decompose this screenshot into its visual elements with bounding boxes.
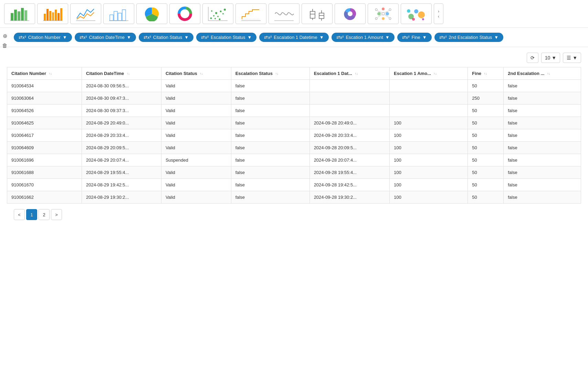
table-row[interactable]: 9100646172024-08-29 20:33:4...Validfalse… [7, 129, 581, 142]
sort-icon: ↑↓ [200, 72, 203, 75]
col-citation-status[interactable]: Citation Status ↑↓ [161, 67, 231, 80]
chart-btn-bar-green[interactable] [4, 3, 35, 24]
filter-label: Escalation Status [211, 35, 245, 40]
svg-point-65 [422, 18, 424, 20]
svg-point-66 [407, 9, 410, 13]
prev-page-button[interactable]: < [14, 209, 25, 220]
filter-arrow: ▼ [494, 35, 498, 40]
chart-btn-bar-orange[interactable] [37, 3, 68, 24]
delete-icon[interactable]: 🗑 [2, 43, 8, 49]
sort-icon: ↑↓ [275, 72, 279, 75]
cell-escalation_1_dat: 2024-09-28 20:33:4... [309, 129, 389, 142]
filter-prefix: ⇄x² [19, 35, 26, 40]
chart-btn-bubble[interactable] [401, 3, 432, 24]
cursor-icon[interactable]: ⊕ [3, 33, 7, 39]
chart-btn-radial[interactable] [335, 3, 366, 24]
page-2-button[interactable]: 2 [39, 209, 50, 220]
chart-btn-box[interactable] [302, 3, 333, 24]
filter-citation-number[interactable]: ⇄x² Citation Number ▼ [14, 33, 72, 42]
col-citation-number[interactable]: Citation Number ↑↓ [7, 67, 82, 80]
svg-rect-39 [310, 11, 315, 18]
col-escalation-1-dat[interactable]: Escalation 1 Dat... ↑↓ [309, 67, 389, 80]
cell-citation_number: 910064617 [7, 129, 82, 142]
cell-citation_number: 910064625 [7, 117, 82, 129]
filter-label: Citation Number [28, 35, 61, 40]
table-row[interactable]: 9100616622024-08-29 19:30:2...Validfalse… [7, 191, 581, 204]
svg-rect-17 [118, 13, 122, 21]
cell-escalation_status: false [231, 154, 309, 166]
chart-btn-step[interactable] [235, 3, 266, 24]
page-2-label: 2 [43, 212, 45, 217]
cell-citation_datetime: 2024-08-29 19:42:5... [82, 179, 161, 191]
cell-citation_datetime: 2024-08-29 20:07:4... [82, 154, 161, 166]
next-page-button[interactable]: > [51, 209, 62, 220]
filter-arrow: ▼ [184, 35, 189, 40]
svg-point-47 [348, 11, 353, 16]
cell-fine: 50 [468, 80, 504, 92]
columns-toggle-button[interactable]: ☰ ▼ [563, 53, 581, 63]
chart-btn-scatter[interactable] [202, 3, 233, 24]
filter-fine[interactable]: ⇄x² Fine ▼ [397, 33, 432, 42]
col-citation-datetime[interactable]: Citation DateTime ↑↓ [82, 67, 161, 80]
chart-btn-pie[interactable] [136, 3, 167, 24]
cell-fine: 50 [468, 179, 504, 191]
svg-rect-6 [44, 14, 46, 21]
chart-nav-arrows[interactable]: › ‹ [434, 3, 443, 24]
rows-arrow-icon: ▼ [552, 55, 556, 61]
cell-escalation_1_dat: 2024-09-28 20:09:5... [309, 142, 389, 154]
cell-escalation_2nd: false [504, 154, 581, 166]
chart-btn-donut[interactable] [169, 3, 200, 24]
cell-citation_status: Valid [161, 166, 231, 179]
svg-point-28 [217, 16, 219, 17]
table-row[interactable]: 9100646092024-08-29 20:09:5...Validfalse… [7, 142, 581, 154]
filter-escation-1-amount[interactable]: ⇄x² Escation 1 Amount ▼ [332, 33, 395, 42]
chart-selector-bar: › ‹ [0, 0, 588, 28]
col-escation-1-amo[interactable]: Escation 1 Amo... ↑↓ [390, 67, 468, 80]
filter-citation-status[interactable]: ⇄x² Citation Status ▼ [139, 33, 193, 42]
filter-2nd-escalation-status[interactable]: ⇄x² 2nd Escalation Status ▼ [434, 33, 503, 42]
svg-point-26 [213, 15, 214, 17]
cell-citation_datetime: 2024-08-30 09:47:3... [82, 92, 161, 105]
cell-escalation_1_dat: 2024-09-28 19:42:5... [309, 179, 389, 191]
refresh-icon: ⟳ [531, 55, 535, 61]
table-row[interactable]: 9100616882024-08-29 19:55:4...Validfalse… [7, 166, 581, 179]
table-row[interactable]: 9100645342024-08-30 09:56:5...Validfalse… [7, 80, 581, 92]
filter-escalation-status[interactable]: ⇄x² Escalation Status ▼ [196, 33, 256, 42]
table-row[interactable]: 9100630642024-08-30 09:47:3...Validfalse… [7, 92, 581, 105]
cell-escalation_2nd: false [504, 105, 581, 117]
svg-point-34 [219, 19, 221, 20]
filter-citation-datetime[interactable]: ⇄x² Citation DateTime ▼ [75, 33, 136, 42]
table-row[interactable]: 9100616702024-08-29 19:42:5...Validfalse… [7, 179, 581, 191]
svg-rect-12 [60, 8, 62, 21]
table-row[interactable]: 9100646252024-08-29 20:49:0...Validfalse… [7, 117, 581, 129]
cell-escalation_status: false [231, 105, 309, 117]
cell-escalation_status: false [231, 129, 309, 142]
data-table: Citation Number ↑↓ Citation DateTime ↑↓ … [7, 67, 581, 204]
cell-citation_number: 910064526 [7, 105, 82, 117]
cell-escalation_1_dat [309, 105, 389, 117]
table-row[interactable]: 9100616962024-08-29 20:07:4...Suspendedf… [7, 154, 581, 166]
cell-citation_status: Valid [161, 117, 231, 129]
filter-prefix: ⇄x² [402, 35, 410, 40]
filter-prefix: ⇄x² [264, 35, 272, 40]
refresh-button[interactable]: ⟳ [527, 53, 538, 63]
col-2nd-escalation[interactable]: 2nd Escalation ... ↑↓ [504, 67, 581, 80]
svg-point-52 [389, 18, 391, 20]
col-fine[interactable]: Fine ↑↓ [468, 67, 504, 80]
svg-point-59 [382, 8, 385, 10]
table-row[interactable]: 9100645262024-08-30 09:37:3...Validfalse… [7, 105, 581, 117]
filter-escalation-1-datetime[interactable]: ⇄x² Escalation 1 Datetime ▼ [259, 33, 328, 42]
cell-escalation_2nd: false [504, 179, 581, 191]
cell-citation_number: 910061670 [7, 179, 82, 191]
chart-btn-area[interactable] [103, 3, 134, 24]
chart-btn-network[interactable] [368, 3, 399, 24]
col-escalation-status[interactable]: Escalation Status ↑↓ [231, 67, 309, 80]
svg-rect-7 [46, 9, 49, 21]
chart-btn-wave[interactable] [269, 3, 300, 24]
rows-per-page-button[interactable]: 10 ▼ [541, 53, 560, 63]
chart-btn-line[interactable] [70, 3, 101, 24]
cell-fine: 250 [468, 92, 504, 105]
page-1-button[interactable]: 1 [26, 209, 37, 220]
filter-area: ⇄x² Citation Number ▼ ⇄x² Citation DateT… [0, 28, 588, 47]
cell-escalation_status: false [231, 92, 309, 105]
